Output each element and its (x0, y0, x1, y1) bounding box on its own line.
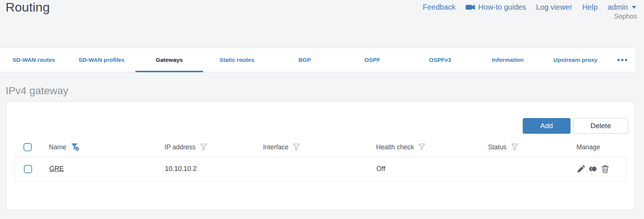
routing-tabbar: SD-WAN routes SD-WAN profiles Gateways S… (0, 48, 636, 72)
delete-row-icon[interactable] (601, 165, 609, 173)
column-header-interface: Interface (260, 143, 373, 151)
column-header-manage: Manage (573, 143, 626, 151)
tab-upstream-proxy[interactable]: Upstream proxy (542, 48, 609, 72)
routing-page: Routing Feedback How-to guides Log viewe… (0, 0, 644, 219)
status-column-label: Status (488, 143, 507, 151)
feedback-label: Feedback (423, 3, 456, 12)
row-name-cell: GRE (42, 165, 161, 173)
page-title: Routing (6, 0, 50, 15)
name-column-label: Name (49, 143, 66, 151)
tab-ospf[interactable]: OSPF (338, 48, 406, 72)
row-actions-cell (573, 165, 626, 173)
tab-information[interactable]: Information (474, 48, 541, 72)
column-header-name: Name (41, 143, 161, 151)
help-link[interactable]: Help (582, 3, 597, 12)
table-row: GRE 10.10.10.2 Off (15, 157, 626, 181)
howto-guides-link[interactable]: How-to guides (466, 3, 526, 12)
row-health-check-cell: Off (374, 165, 486, 173)
admin-label: admin (608, 3, 628, 12)
tab-ospfv3[interactable]: OSPFv3 (406, 48, 474, 72)
tab-bgp[interactable]: BGP (271, 48, 338, 72)
ip-address-column-label: IP address (165, 143, 196, 151)
filter-icon[interactable] (511, 143, 518, 151)
tab-static-routes[interactable]: Static routes (203, 48, 271, 72)
row-select-cell (15, 165, 42, 173)
section-heading: IPv4 gateway (6, 85, 644, 96)
top-navigation: Feedback How-to guides Log viewer Help a… (423, 3, 636, 12)
table-header-row: Name IP address Interfac (15, 138, 626, 156)
column-header-ip-address: IP address (161, 143, 260, 151)
log-viewer-label: Log viewer (536, 3, 572, 12)
feedback-link[interactable]: Feedback (423, 3, 456, 12)
filter-icon[interactable] (418, 143, 425, 151)
filter-icon[interactable] (293, 143, 300, 151)
filter-active-icon[interactable] (71, 143, 80, 151)
select-all-checkbox[interactable] (24, 143, 32, 151)
tab-sd-wan-routes[interactable]: SD-WAN routes (0, 48, 68, 72)
chevron-down-icon (632, 6, 636, 9)
edit-icon[interactable] (577, 165, 585, 173)
help-label: Help (582, 3, 597, 12)
video-camera-icon (466, 4, 475, 10)
column-header-health-check: Health check (373, 143, 485, 151)
add-button[interactable]: Add (523, 118, 570, 134)
vendor-label: Sophos (614, 13, 637, 20)
gateway-name-link[interactable]: GRE (49, 165, 64, 172)
tab-sd-wan-profiles[interactable]: SD-WAN profiles (68, 48, 135, 72)
manage-column-label: Manage (576, 143, 600, 151)
health-check-column-label: Health check (376, 143, 414, 151)
more-tabs-button[interactable] (609, 48, 635, 72)
row-ip-cell: 10.10.10.2 (161, 165, 260, 173)
delete-button[interactable]: Delete (573, 118, 628, 134)
interface-column-label: Interface (263, 143, 288, 151)
table-body: GRE 10.10.10.2 Off (15, 156, 626, 181)
admin-menu-button[interactable]: admin (608, 3, 636, 12)
row-checkbox[interactable] (24, 165, 32, 173)
clone-icon[interactable] (589, 165, 598, 172)
column-header-status: Status (485, 143, 573, 151)
row-status-cell (486, 165, 573, 173)
log-viewer-link[interactable]: Log viewer (536, 3, 572, 12)
page-header: Routing Feedback How-to guides Log viewe… (0, 0, 644, 48)
tab-gateways[interactable]: Gateways (135, 48, 203, 72)
select-all-cell (15, 143, 41, 151)
ipv4-gateway-card: Add Delete Name IP address (6, 101, 635, 210)
ellipsis-icon (618, 59, 620, 61)
filter-icon[interactable] (200, 143, 207, 151)
howto-guides-label: How-to guides (478, 3, 526, 12)
table-toolbar: Add Delete (523, 118, 628, 134)
